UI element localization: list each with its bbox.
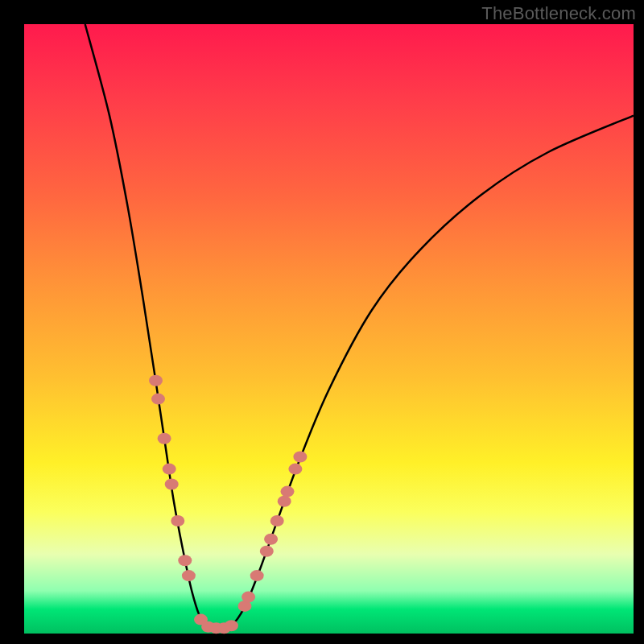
watermark-text: TheBottleneck.com <box>481 3 636 24</box>
data-marker <box>165 479 179 490</box>
data-marker <box>270 515 284 526</box>
plot-area <box>24 24 634 634</box>
data-marker <box>264 534 278 545</box>
data-marker <box>293 452 307 463</box>
chart-svg <box>24 24 634 634</box>
bottleneck-curve <box>85 24 634 630</box>
data-marker <box>178 555 192 566</box>
data-marker <box>158 433 171 444</box>
data-marker <box>288 464 302 475</box>
data-marker <box>242 592 255 603</box>
data-marker <box>281 486 295 497</box>
data-markers <box>149 375 307 634</box>
data-marker <box>278 496 291 507</box>
data-marker <box>149 375 163 386</box>
data-marker <box>225 620 238 631</box>
data-marker <box>182 570 196 581</box>
data-marker <box>250 570 264 581</box>
data-marker <box>171 515 184 526</box>
data-marker <box>151 394 165 405</box>
chart-frame: TheBottleneck.com <box>0 0 644 644</box>
data-marker <box>163 464 176 475</box>
data-marker <box>260 546 274 557</box>
